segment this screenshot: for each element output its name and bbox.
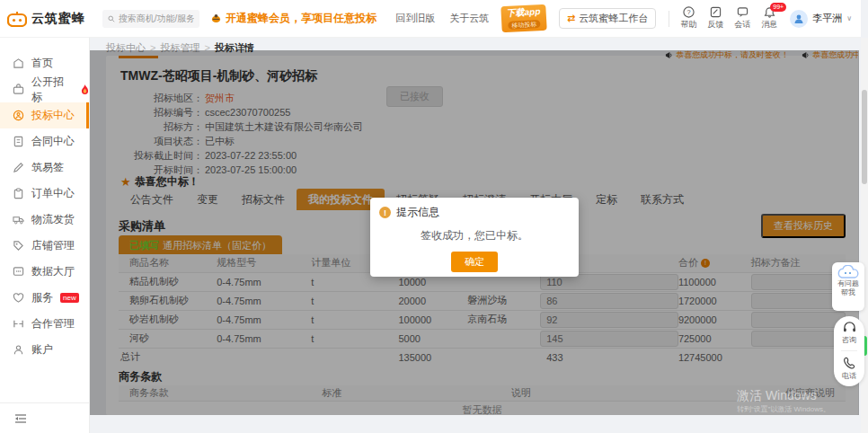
bid-badge-icon — [13, 110, 24, 121]
messages-button[interactable]: 消息 99+ — [756, 6, 783, 31]
modal-title: 提示信息 — [396, 205, 439, 220]
search-input[interactable]: 搜索商机/功能/服务/帮助 — [102, 10, 199, 28]
svg-text:?: ? — [686, 8, 690, 16]
download-app-label: 下载app — [507, 6, 541, 18]
headset-icon[interactable] — [843, 322, 856, 333]
link-about[interactable]: 关于云筑 — [449, 12, 489, 25]
sidebar-item-account[interactable]: 账户 — [0, 337, 89, 363]
home-icon — [13, 57, 24, 69]
sidebar-item-cooperation[interactable]: 合作管理 — [0, 311, 89, 337]
scrollbar-thumb[interactable] — [862, 90, 867, 184]
shop-tag-icon — [13, 240, 24, 252]
document-icon — [13, 136, 24, 147]
chevron-down-icon: ∨ — [846, 14, 852, 22]
handshake-icon — [13, 318, 24, 330]
pen-icon — [13, 162, 24, 173]
sidebar-item-home[interactable]: 首页 — [0, 50, 89, 76]
user-icon — [793, 13, 804, 24]
assistant-label-line2: 帮我 — [841, 288, 855, 297]
feedback-button[interactable]: 反馈 — [702, 6, 729, 31]
confirm-button[interactable]: 确定 — [451, 252, 498, 272]
link-old-version[interactable]: 回到旧版 — [395, 12, 435, 25]
assistant-widget[interactable]: 有问题 帮我 — [832, 262, 864, 311]
modal-message: 签收成功，您已中标。 — [379, 228, 570, 243]
pill-divider — [841, 350, 857, 351]
sidebar-item-esign[interactable]: 筑易签 — [0, 155, 89, 181]
messages-label: 消息 — [761, 19, 777, 31]
chat-button[interactable]: 会话 — [729, 6, 756, 31]
cloud-mascot-icon — [837, 265, 860, 279]
search-icon — [108, 14, 115, 23]
briefcase-icon — [13, 84, 24, 95]
flame-icon — [81, 84, 89, 94]
clipboard-icon — [13, 188, 24, 199]
account-user-icon — [13, 344, 24, 356]
user-menu[interactable]: 李平洲 ∨ — [790, 10, 852, 28]
sidebar-item-shop-management[interactable]: 店铺管理 — [0, 233, 89, 259]
logo-text: 云筑蜜蜂 — [31, 11, 85, 27]
help-label: 帮助 — [680, 19, 696, 31]
workbench-label: 云筑蜜蜂工作台 — [579, 12, 648, 25]
new-badge: new — [60, 293, 79, 303]
member-promo-link[interactable]: 开通蜜蜂会员，享项目任意投标 — [210, 11, 376, 26]
assistant-label-line1: 有问题 — [837, 279, 859, 288]
top-header: 云筑蜜蜂 搜索商机/功能/服务/帮助 开通蜜蜂会员，享项目任意投标 回到旧版 关… — [0, 0, 861, 38]
phone-icon[interactable] — [843, 357, 855, 369]
help-button[interactable]: ? 帮助 — [675, 6, 702, 31]
feedback-icon — [710, 6, 722, 18]
modal-header: ! 提示信息 — [379, 205, 570, 220]
sidebar-item-bidding-center[interactable]: 投标中心 — [0, 102, 89, 128]
feedback-label: 反馈 — [707, 19, 723, 31]
download-app-badge[interactable]: 下载app 移动投标 — [500, 4, 546, 33]
sidebar-item-services[interactable]: 服务 new — [0, 285, 89, 311]
messages-count-badge: 99+ — [770, 3, 786, 12]
sidebar-collapse-button[interactable] — [0, 402, 89, 433]
truck-icon — [13, 214, 24, 225]
app-window: 云筑蜜蜂 搜索商机/功能/服务/帮助 开通蜜蜂会员，享项目任意投标 回到旧版 关… — [0, 0, 868, 433]
chat-label: 会话 — [734, 19, 750, 31]
sidebar: 首页 公开招标 投标中心 合同中心 筑易签 订单中心 物流发货 — [0, 38, 90, 433]
avatar — [790, 10, 808, 28]
chat-icon — [737, 6, 748, 18]
logo[interactable]: 云筑蜜蜂 — [0, 11, 90, 27]
consult-label[interactable]: 咨询 — [842, 335, 856, 345]
contact-widget: 咨询 电话 — [834, 316, 864, 386]
header-divider — [669, 11, 669, 27]
user-name: 李平洲 — [812, 12, 842, 25]
search-placeholder: 搜索商机/功能/服务/帮助 — [119, 13, 194, 25]
switch-icon: ⇄ — [567, 13, 575, 24]
help-icon: ? — [683, 6, 695, 18]
workbench-button[interactable]: ⇄ 云筑蜜蜂工作台 — [559, 8, 656, 29]
sidebar-item-public-bidding[interactable]: 公开招标 — [0, 76, 89, 102]
info-icon: ! — [379, 207, 391, 218]
message-modal: ! 提示信息 签收成功，您已中标。 确定 — [370, 198, 579, 277]
sidebar-item-order-center[interactable]: 订单中心 — [0, 181, 89, 207]
phone-label[interactable]: 电话 — [842, 371, 856, 381]
data-chart-icon — [13, 266, 24, 278]
sidebar-item-data-hall[interactable]: 数据大厅 — [0, 259, 89, 285]
logo-robot-icon — [7, 11, 27, 27]
collapse-icon — [14, 413, 27, 424]
member-promo-text: 开通蜜蜂会员，享项目任意投标 — [226, 11, 376, 26]
sidebar-item-logistics[interactable]: 物流发货 — [0, 207, 89, 233]
download-app-sublabel: 移动投标 — [508, 20, 540, 30]
sidebar-item-contract-center[interactable]: 合同中心 — [0, 128, 89, 155]
bee-icon — [210, 13, 222, 23]
heart-icon — [13, 292, 24, 304]
